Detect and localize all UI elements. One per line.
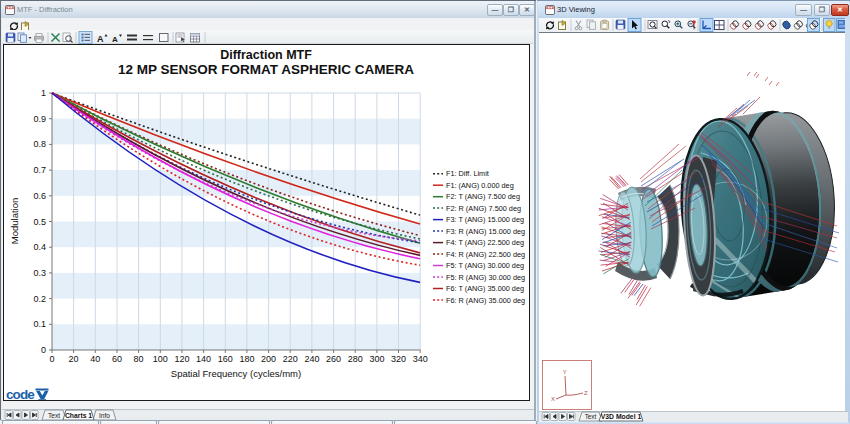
svg-text:F5: T (ANG) 30.000 deg: F5: T (ANG) 30.000 deg [446, 261, 524, 270]
svg-text:0.8: 0.8 [33, 139, 46, 149]
svg-text:F2: T (ANG) 7.500 deg: F2: T (ANG) 7.500 deg [446, 192, 520, 201]
svg-text:340: 340 [413, 354, 428, 364]
svg-text:F6: T (ANG) 35.000 deg: F6: T (ANG) 35.000 deg [446, 284, 524, 293]
svg-text:0.1: 0.1 [33, 319, 46, 329]
svg-text:F4: T (ANG) 22.500 deg: F4: T (ANG) 22.500 deg [446, 238, 524, 247]
svg-text:Info: Info [99, 412, 110, 419]
svg-text:240: 240 [304, 354, 319, 364]
svg-text:220: 220 [283, 354, 298, 364]
svg-text:F3: R (ANG) 15.000 deg: F3: R (ANG) 15.000 deg [446, 227, 525, 236]
svg-text:A: A [112, 35, 118, 44]
svg-text:F5: R (ANG) 30.000 deg: F5: R (ANG) 30.000 deg [446, 273, 525, 282]
svg-text:12 MP SENSOR FORMAT ASPHERIC C: 12 MP SENSOR FORMAT ASPHERIC CAMERA [118, 62, 414, 77]
svg-text:280: 280 [348, 354, 363, 364]
svg-text:0.5: 0.5 [33, 217, 46, 227]
svg-text:180: 180 [239, 354, 254, 364]
svg-text:100: 100 [153, 354, 168, 364]
svg-text:160: 160 [218, 354, 233, 364]
svg-text:40: 40 [90, 354, 100, 364]
svg-text:F6: R (ANG) 35.000 deg: F6: R (ANG) 35.000 deg [446, 296, 525, 305]
svg-text:F1: (ANG) 0.000 deg: F1: (ANG) 0.000 deg [446, 181, 514, 190]
svg-text:Y: Y [563, 369, 567, 375]
svg-text:Modulation: Modulation [9, 198, 20, 244]
svg-text:0: 0 [41, 345, 46, 355]
svg-text:0.3: 0.3 [33, 268, 46, 278]
svg-text:0: 0 [49, 354, 54, 364]
svg-text:0.6: 0.6 [33, 191, 46, 201]
svg-text:0.4: 0.4 [33, 242, 46, 252]
svg-text:320: 320 [391, 354, 406, 364]
svg-text:code: code [6, 387, 35, 400]
svg-text:Z: Z [584, 390, 588, 396]
svg-text:120: 120 [174, 354, 189, 364]
svg-text:X: X [551, 396, 555, 402]
svg-text:0.9: 0.9 [33, 114, 46, 124]
svg-text:V3D Model 1: V3D Model 1 [601, 413, 642, 420]
svg-text:Charts 1: Charts 1 [65, 412, 92, 419]
svg-text:140: 140 [196, 354, 211, 364]
svg-text:260: 260 [326, 354, 341, 364]
svg-text:F2: R (ANG) 7.500 deg: F2: R (ANG) 7.500 deg [446, 204, 521, 213]
svg-text:0.7: 0.7 [33, 165, 46, 175]
svg-text:F3: T (ANG) 15.000 deg: F3: T (ANG) 15.000 deg [446, 215, 524, 224]
svg-text:F1: Diff. Limit: F1: Diff. Limit [446, 169, 489, 178]
svg-text:60: 60 [112, 354, 122, 364]
svg-text:F4: R (ANG) 22.500 deg: F4: R (ANG) 22.500 deg [446, 250, 525, 259]
svg-text:Text: Text [585, 413, 597, 420]
svg-text:A: A [97, 34, 104, 44]
svg-text:0.2: 0.2 [33, 294, 46, 304]
svg-text:300: 300 [369, 354, 384, 364]
svg-text:20: 20 [69, 354, 79, 364]
svg-text:Diffraction MTF: Diffraction MTF [220, 48, 312, 62]
svg-text:1: 1 [41, 88, 46, 98]
svg-text:Spatial Frequency (cycles/mm): Spatial Frequency (cycles/mm) [171, 368, 301, 379]
svg-text:Text: Text [48, 412, 60, 419]
svg-text:80: 80 [134, 354, 144, 364]
svg-text:200: 200 [261, 354, 276, 364]
